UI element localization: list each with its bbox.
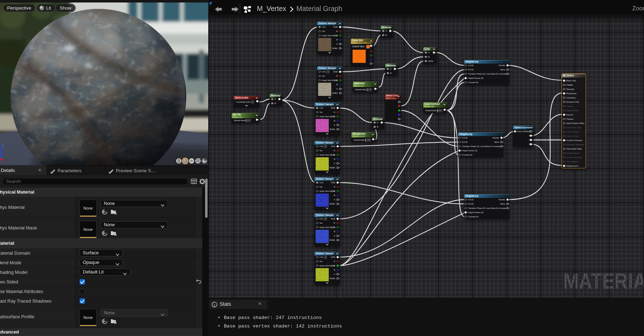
svg-text:Z: Z [1, 143, 4, 147]
svg-text:x: x [1, 161, 3, 163]
svg-text:i: i [214, 303, 215, 307]
